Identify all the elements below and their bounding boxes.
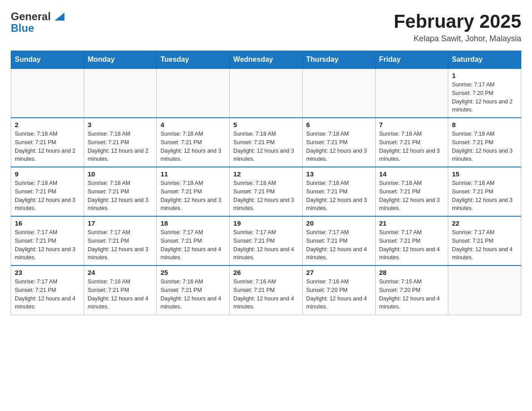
calendar-cell: 4Sunrise: 7:18 AMSunset: 7:21 PMDaylight… bbox=[157, 118, 230, 167]
day-info: Sunrise: 7:17 AMSunset: 7:21 PMDaylight:… bbox=[15, 278, 80, 311]
weekday-header-tuesday: Tuesday bbox=[157, 51, 230, 69]
day-info: Sunrise: 7:18 AMSunset: 7:21 PMDaylight:… bbox=[88, 130, 153, 163]
calendar-cell: 6Sunrise: 7:18 AMSunset: 7:21 PMDaylight… bbox=[302, 118, 375, 167]
day-number: 26 bbox=[233, 269, 299, 276]
calendar-cell bbox=[448, 265, 521, 315]
calendar-cell: 25Sunrise: 7:16 AMSunset: 7:21 PMDayligh… bbox=[157, 265, 230, 315]
day-info: Sunrise: 7:17 AMSunset: 7:21 PMDaylight:… bbox=[452, 228, 517, 262]
calendar-table: SundayMondayTuesdayWednesdayThursdayFrid… bbox=[11, 51, 521, 315]
calendar-cell: 13Sunrise: 7:18 AMSunset: 7:21 PMDayligh… bbox=[302, 167, 375, 216]
day-info: Sunrise: 7:17 AMSunset: 7:20 PMDaylight:… bbox=[452, 81, 517, 114]
day-info: Sunrise: 7:17 AMSunset: 7:21 PMDaylight:… bbox=[306, 228, 372, 262]
calendar-cell: 10Sunrise: 7:18 AMSunset: 7:21 PMDayligh… bbox=[84, 167, 157, 216]
calendar-cell: 24Sunrise: 7:16 AMSunset: 7:21 PMDayligh… bbox=[84, 265, 157, 315]
day-info: Sunrise: 7:18 AMSunset: 7:21 PMDaylight:… bbox=[233, 179, 299, 213]
calendar-cell bbox=[84, 68, 157, 118]
calendar-cell bbox=[11, 68, 84, 118]
calendar-week-row: 16Sunrise: 7:17 AMSunset: 7:21 PMDayligh… bbox=[11, 216, 521, 265]
day-info: Sunrise: 7:18 AMSunset: 7:21 PMDaylight:… bbox=[379, 179, 445, 213]
weekday-header-wednesday: Wednesday bbox=[230, 51, 303, 69]
day-number: 9 bbox=[15, 170, 80, 178]
calendar-cell: 1Sunrise: 7:17 AMSunset: 7:20 PMDaylight… bbox=[448, 68, 521, 118]
day-info: Sunrise: 7:17 AMSunset: 7:21 PMDaylight:… bbox=[160, 228, 226, 262]
day-info: Sunrise: 7:17 AMSunset: 7:21 PMDaylight:… bbox=[15, 228, 80, 262]
logo-blue-text: Blue bbox=[11, 22, 34, 34]
day-number: 10 bbox=[88, 170, 153, 178]
day-info: Sunrise: 7:17 AMSunset: 7:21 PMDaylight:… bbox=[379, 228, 445, 262]
day-number: 19 bbox=[233, 219, 299, 227]
day-info: Sunrise: 7:15 AMSunset: 7:20 PMDaylight:… bbox=[379, 278, 445, 311]
day-number: 7 bbox=[379, 121, 445, 128]
calendar-cell: 12Sunrise: 7:18 AMSunset: 7:21 PMDayligh… bbox=[230, 167, 303, 216]
day-info: Sunrise: 7:16 AMSunset: 7:20 PMDaylight:… bbox=[306, 278, 372, 311]
day-number: 2 bbox=[15, 121, 80, 128]
calendar-cell: 7Sunrise: 7:18 AMSunset: 7:21 PMDaylight… bbox=[375, 118, 448, 167]
weekday-header-thursday: Thursday bbox=[302, 51, 375, 69]
calendar-cell bbox=[375, 68, 448, 118]
title-area: February 2025 Kelapa Sawit, Johor, Malay… bbox=[394, 11, 521, 43]
day-number: 8 bbox=[452, 121, 517, 128]
calendar-title: February 2025 bbox=[394, 11, 521, 32]
day-number: 14 bbox=[379, 170, 445, 178]
day-info: Sunrise: 7:18 AMSunset: 7:21 PMDaylight:… bbox=[306, 130, 372, 163]
calendar-cell: 9Sunrise: 7:18 AMSunset: 7:21 PMDaylight… bbox=[11, 167, 84, 216]
day-info: Sunrise: 7:17 AMSunset: 7:21 PMDaylight:… bbox=[88, 228, 153, 262]
calendar-cell: 8Sunrise: 7:18 AMSunset: 7:21 PMDaylight… bbox=[448, 118, 521, 167]
calendar-cell: 19Sunrise: 7:17 AMSunset: 7:21 PMDayligh… bbox=[230, 216, 303, 265]
day-number: 24 bbox=[88, 269, 153, 276]
calendar-cell: 16Sunrise: 7:17 AMSunset: 7:21 PMDayligh… bbox=[11, 216, 84, 265]
day-info: Sunrise: 7:18 AMSunset: 7:21 PMDaylight:… bbox=[160, 130, 226, 163]
calendar-cell: 22Sunrise: 7:17 AMSunset: 7:21 PMDayligh… bbox=[448, 216, 521, 265]
calendar-week-row: 2Sunrise: 7:18 AMSunset: 7:21 PMDaylight… bbox=[11, 118, 521, 167]
day-number: 27 bbox=[306, 269, 372, 276]
calendar-cell bbox=[302, 68, 375, 118]
day-info: Sunrise: 7:18 AMSunset: 7:21 PMDaylight:… bbox=[306, 179, 372, 213]
day-info: Sunrise: 7:18 AMSunset: 7:21 PMDaylight:… bbox=[15, 179, 80, 213]
page-header: General Blue February 2025 Kelapa Sawit,… bbox=[11, 11, 521, 43]
day-info: Sunrise: 7:18 AMSunset: 7:21 PMDaylight:… bbox=[88, 179, 153, 213]
calendar-cell: 3Sunrise: 7:18 AMSunset: 7:21 PMDaylight… bbox=[84, 118, 157, 167]
day-number: 22 bbox=[452, 219, 517, 227]
calendar-cell bbox=[230, 68, 303, 118]
calendar-cell: 23Sunrise: 7:17 AMSunset: 7:21 PMDayligh… bbox=[11, 265, 84, 315]
calendar-cell: 21Sunrise: 7:17 AMSunset: 7:21 PMDayligh… bbox=[375, 216, 448, 265]
day-number: 12 bbox=[233, 170, 299, 178]
calendar-week-row: 9Sunrise: 7:18 AMSunset: 7:21 PMDaylight… bbox=[11, 167, 521, 216]
day-info: Sunrise: 7:18 AMSunset: 7:21 PMDaylight:… bbox=[452, 179, 517, 213]
calendar-cell: 18Sunrise: 7:17 AMSunset: 7:21 PMDayligh… bbox=[157, 216, 230, 265]
day-info: Sunrise: 7:16 AMSunset: 7:21 PMDaylight:… bbox=[233, 278, 299, 311]
day-number: 21 bbox=[379, 219, 445, 227]
calendar-week-row: 1Sunrise: 7:17 AMSunset: 7:20 PMDaylight… bbox=[11, 68, 521, 118]
logo: General Blue bbox=[11, 11, 64, 34]
day-number: 16 bbox=[15, 219, 80, 227]
day-info: Sunrise: 7:16 AMSunset: 7:21 PMDaylight:… bbox=[160, 278, 226, 311]
calendar-cell: 11Sunrise: 7:18 AMSunset: 7:21 PMDayligh… bbox=[157, 167, 230, 216]
svg-marker-0 bbox=[55, 13, 64, 21]
day-info: Sunrise: 7:18 AMSunset: 7:21 PMDaylight:… bbox=[160, 179, 226, 213]
weekday-header-friday: Friday bbox=[375, 51, 448, 69]
weekday-header-row: SundayMondayTuesdayWednesdayThursdayFrid… bbox=[11, 51, 521, 69]
calendar-cell: 28Sunrise: 7:15 AMSunset: 7:20 PMDayligh… bbox=[375, 265, 448, 315]
calendar-week-row: 23Sunrise: 7:17 AMSunset: 7:21 PMDayligh… bbox=[11, 265, 521, 315]
calendar-cell: 17Sunrise: 7:17 AMSunset: 7:21 PMDayligh… bbox=[84, 216, 157, 265]
day-number: 28 bbox=[379, 269, 445, 276]
calendar-cell: 15Sunrise: 7:18 AMSunset: 7:21 PMDayligh… bbox=[448, 167, 521, 216]
day-number: 6 bbox=[306, 121, 372, 128]
day-info: Sunrise: 7:16 AMSunset: 7:21 PMDaylight:… bbox=[88, 278, 153, 311]
day-info: Sunrise: 7:18 AMSunset: 7:21 PMDaylight:… bbox=[233, 130, 299, 163]
logo-text: General Blue bbox=[11, 11, 64, 34]
day-number: 1 bbox=[452, 72, 517, 79]
day-number: 15 bbox=[452, 170, 517, 178]
day-number: 20 bbox=[306, 219, 372, 227]
day-info: Sunrise: 7:17 AMSunset: 7:21 PMDaylight:… bbox=[233, 228, 299, 262]
day-number: 25 bbox=[160, 269, 226, 276]
day-number: 4 bbox=[160, 121, 226, 128]
calendar-cell: 2Sunrise: 7:18 AMSunset: 7:21 PMDaylight… bbox=[11, 118, 84, 167]
day-number: 13 bbox=[306, 170, 372, 178]
weekday-header-saturday: Saturday bbox=[448, 51, 521, 69]
day-number: 5 bbox=[233, 121, 299, 128]
calendar-subtitle: Kelapa Sawit, Johor, Malaysia bbox=[394, 34, 521, 43]
day-number: 3 bbox=[88, 121, 153, 128]
calendar-cell: 14Sunrise: 7:18 AMSunset: 7:21 PMDayligh… bbox=[375, 167, 448, 216]
day-info: Sunrise: 7:18 AMSunset: 7:21 PMDaylight:… bbox=[15, 130, 80, 163]
